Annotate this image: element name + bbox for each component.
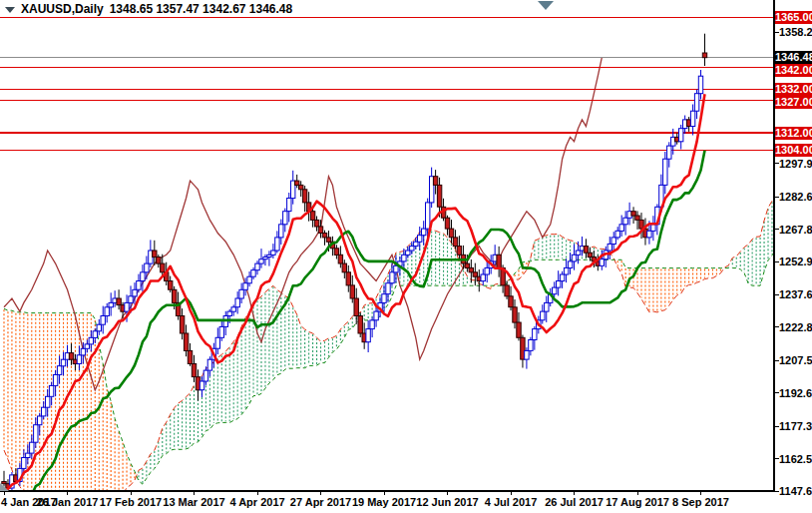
price-axis-tick: 1297.95 [779, 158, 812, 170]
date-axis-label: 19 May 2017 [349, 496, 419, 508]
chart-window: XAUUSD,Daily 1348.65 1357.47 1342.67 134… [0, 0, 812, 513]
date-axis-label: 13 Mar 2017 [160, 496, 229, 508]
price-axis-tick: 1237.65 [779, 288, 812, 300]
date-axis-label: 8 Sep 2017 [666, 496, 736, 508]
history-start-icon [0, 483, 9, 491]
date-axis-label: 26 Jul 2017 [540, 496, 609, 508]
price-axis-tick: 1162.50 [779, 453, 812, 465]
ohlc-values-label: 1348.65 1357.47 1342.67 1346.48 [110, 2, 293, 16]
date-axis-label: 17 Aug 2017 [603, 496, 672, 508]
date-axis-label: 12 Jun 2017 [413, 496, 483, 508]
date-axis-label: 26 Jan 2017 [33, 496, 103, 508]
price-chart[interactable] [0, 0, 812, 513]
price-axis-tick: 1282.65 [779, 191, 812, 203]
current-price-label: 1346.48 [775, 51, 812, 64]
scroll-to-end-icon[interactable] [538, 1, 554, 10]
resistance-level-lines[interactable] [0, 17, 774, 150]
date-axis-label: 4 Jul 2017 [476, 496, 546, 508]
price-axis-tick: 1192.65 [779, 387, 812, 399]
date-axis-label: 17 Feb 2017 [96, 496, 166, 508]
symbol-dropdown-icon[interactable] [5, 7, 15, 13]
price-level-label: 1332.00 [775, 83, 812, 96]
price-axis-tick: 1267.80 [779, 224, 812, 236]
symbol-period-label: XAUUSD,Daily [21, 2, 104, 16]
price-axis-tick: 1207.50 [779, 354, 812, 366]
date-axis-label: 27 Apr 2017 [286, 496, 356, 508]
price-axis-tick: 1147.65 [779, 485, 812, 497]
price-level-label: 1304.00 [775, 144, 812, 157]
price-level-label: 1327.00 [775, 96, 812, 109]
candlesticks [2, 34, 707, 492]
price-axis-tick: 1177.35 [779, 420, 812, 432]
price-axis-tick: 1252.95 [779, 256, 812, 267]
chart-title-bar: XAUUSD,Daily 1348.65 1357.47 1342.67 134… [5, 2, 292, 16]
price-axis-tick: 1358.25 [779, 26, 812, 38]
price-level-label: 1365.00 [775, 11, 812, 24]
price-level-label: 1342.00 [775, 64, 812, 77]
date-axis-label: 4 Apr 2017 [222, 496, 292, 508]
plot-area [0, 17, 808, 513]
price-level-label: 1312.00 [775, 127, 812, 140]
senkou-span-b-line [4, 202, 808, 485]
price-axis-tick: 1222.80 [779, 321, 812, 333]
